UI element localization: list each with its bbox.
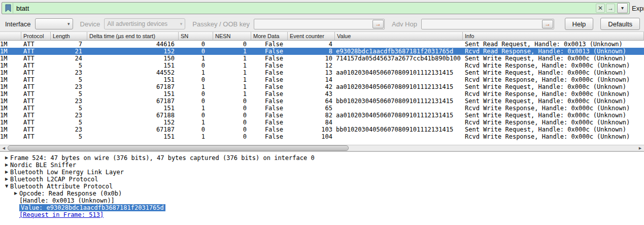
apply-filter-icon[interactable]: → [606,4,615,13]
tree-row[interactable]: [Request in Frame: 513] [0,211,644,218]
cell-nesn: 1 [213,69,251,76]
clear-filter-icon[interactable]: ✕ [596,4,605,13]
tree-row[interactable]: ▼Bluetooth Attribute Protocol [0,183,644,190]
tree-item-label: Bluetooth L2CAP Protocol [10,176,98,183]
cell-length: 7 [51,41,87,48]
column-header-value[interactable]: Value [335,32,463,41]
packet-row[interactable]: 1MATT515110False65Rcvd Write Response, H… [0,105,644,112]
tree-row[interactable]: [Handle: 0x0013 (Unknown)] [0,197,644,204]
cell-nesn: 0 [213,41,251,48]
wireshark-window: btatt ✕ → ▾ Expr Interface ▾ Device All … [0,0,644,225]
cell-event-counter: 14 [288,76,335,83]
cell-protocol: ATT [21,126,51,133]
display-filter-input[interactable]: btatt ✕ → ▾ [2,2,630,14]
packet-row[interactable]: 1MATT74461600False4Sent Read Request, Ha… [0,41,644,48]
chevron-down-icon: ▾ [67,21,70,26]
cell-event-counter: 84 [288,119,335,126]
tree-row[interactable]: ▶Nordic BLE Sniffer [0,162,644,169]
cell-event-counter: 82 [288,112,335,119]
packet-row[interactable]: 1MATT2415011False10714157da05d45637a2677… [0,55,644,62]
packet-row[interactable]: 1MATT236718711False42aa01020304050607080… [0,83,644,90]
column-header-info[interactable]: Info [463,32,644,41]
packet-row[interactable]: 1MATT515101False14Rcvd Write Response, H… [0,76,644,83]
column-header-event-counter[interactable]: Event counter [288,32,335,41]
expand-arrow-icon[interactable]: ▶ [3,169,10,176]
column-header-sn[interactable]: SN [179,32,213,41]
tree-row[interactable]: ▶Opcode: Read Response (0x0b) [0,190,644,197]
packet-row[interactable]: 1MATT515210False84Rcvd Write Response, H… [0,119,644,126]
tree-row[interactable]: ▶Bluetooth Low Energy Link Layer [0,169,644,176]
column-header-protocol[interactable]: Protocol [21,32,51,41]
cell-protocol: ATT [21,62,51,69]
cell-phy: 1M [0,48,21,55]
adv-hop-apply-icon[interactable]: → [542,20,553,28]
cell-event-counter: 13 [288,69,335,76]
scroll-right-icon[interactable]: ▶ [637,145,643,151]
column-header-more-data[interactable]: More Data [251,32,288,41]
packet-detail-pane: ▶Frame 524: 47 bytes on wire (376 bits),… [0,151,644,225]
cell-sn: 0 [179,76,213,83]
interface-label: Interface [5,20,31,28]
cell-more-data: False [251,76,288,83]
defaults-button[interactable]: Defaults [600,18,640,30]
cell-value: bb010203040506070809101112131415 [335,98,463,105]
tree-row[interactable]: ▶Frame 524: 47 bytes on wire (376 bits),… [0,154,644,162]
cell-info: Rcvd Write Response, Handle: 0x000c (Unk… [463,105,644,112]
packet-row[interactable]: 1MATT236718800False82aa01020304050607080… [0,112,644,119]
packet-row[interactable]: 1MATT515101False43Rcvd Write Response, H… [0,90,644,98]
expand-arrow-icon[interactable]: ▼ [3,183,10,190]
column-header-delta-time[interactable]: Delta time (µs end to start) [87,32,179,41]
cell-length: 23 [51,112,87,119]
cell-value: aa010203040506070809101112131415 [335,69,463,76]
cell-nesn: 1 [213,62,251,69]
packet-row[interactable]: 1MATT515110False104Rcvd Write Response, … [0,133,644,140]
cell-phy: 1M [0,55,21,62]
passkey-apply-icon[interactable]: → [372,20,384,28]
packet-row[interactable]: 1MATT234455211False13aa01020304050607080… [0,69,644,76]
cell-sn: 1 [179,55,213,62]
tree-row[interactable]: ▶Bluetooth L2CAP Protocol [0,176,644,183]
cell-delta-time: 44616 [87,41,179,48]
column-header-phy[interactable] [0,32,21,41]
cell-delta-time: 67187 [87,83,179,90]
cell-info: Sent Write Request, Handle: 0x000c (Unkn… [463,126,644,133]
filter-dropdown-icon[interactable]: ▾ [617,3,628,13]
bookmark-icon[interactable] [3,3,13,13]
tree-row[interactable]: Value: e93028bdc1aacdfb3687181f2031765d [0,204,644,211]
cell-nesn: 1 [213,76,251,83]
cell-more-data: False [251,90,288,98]
cell-more-data: False [251,69,288,76]
passkey-input[interactable]: → [254,19,385,29]
cell-more-data: False [251,98,288,105]
interface-combobox[interactable]: ▾ [35,18,73,29]
cell-sn: 0 [179,126,213,133]
packet-row[interactable]: 1MATT2115201False8e93028bdc1aacdfb368718… [0,48,644,55]
cell-sn: 0 [179,90,213,98]
tree-item-label: [Handle: 0x0013 (Unknown)] [19,197,115,204]
expand-arrow-icon[interactable]: ▶ [3,162,10,169]
scroll-left-icon[interactable]: ◀ [1,145,7,151]
cell-info: Rcvd Write Response, Handle: 0x000c (Unk… [463,62,644,69]
cell-phy: 1M [0,105,21,112]
horizontal-scrollbar[interactable]: ◀ ▶ [0,145,644,151]
expression-button[interactable]: Expr [632,5,644,12]
adv-hop-input[interactable]: → [421,19,554,29]
cell-protocol: ATT [21,90,51,98]
expand-arrow-icon[interactable]: ▶ [12,190,19,197]
cell-protocol: ATT [21,133,51,140]
packet-row[interactable]: 1MATT236718700False103bb0102030405060708… [0,126,644,133]
column-header-nesn[interactable]: NESN [213,32,251,41]
cell-more-data: False [251,126,288,133]
scrollbar-thumb[interactable] [8,145,349,151]
cell-info: Sent Write Request, Handle: 0x000c (Unkn… [463,98,644,105]
cell-length: 23 [51,83,87,90]
expand-arrow-icon[interactable]: ▶ [3,176,10,183]
cell-protocol: ATT [21,105,51,112]
cell-event-counter: 64 [288,98,335,105]
cell-nesn: 0 [213,112,251,119]
packet-row[interactable]: 1MATT236718700False64bb01020304050607080… [0,98,644,105]
column-header-length[interactable]: Length [51,32,87,41]
expand-arrow-icon[interactable]: ▶ [3,154,10,162]
packet-row[interactable]: 1MATT515101False12Rcvd Write Response, H… [0,62,644,69]
help-button[interactable]: Help [565,18,594,30]
